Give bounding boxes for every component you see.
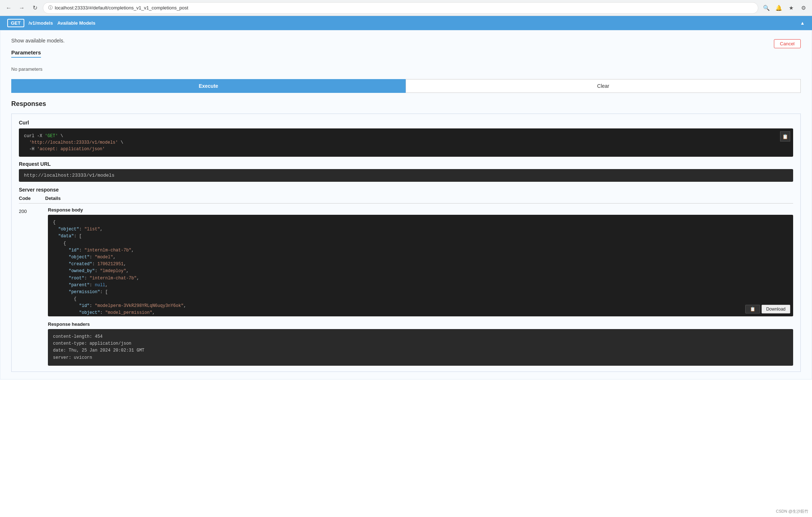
- expand-icon[interactable]: ▲: [800, 20, 805, 26]
- json-line: "data": [: [53, 234, 82, 239]
- request-url-box: http://localhost:23333/v1/models: [19, 169, 793, 182]
- response-section: Curl curl -X 'GET' \ 'http://localhost:2…: [11, 114, 801, 372]
- header-line-3: date: Thu, 25 Jan 2024 20:02:31 GMT: [53, 348, 144, 353]
- response-row: 200 Response body { "object": "list", "d…: [19, 207, 793, 366]
- reload-button[interactable]: ↻: [30, 3, 40, 13]
- browser-icons: 🔍 🔔 ★ ⚙: [761, 3, 808, 13]
- browser-chrome: ← → ↻ ⓘ localhost:23333/#/default/comple…: [0, 0, 812, 16]
- response-body-label: Response body: [48, 207, 793, 213]
- json-line: {: [53, 241, 66, 246]
- json-line: "object": "model_permission",: [53, 310, 155, 315]
- cancel-button[interactable]: Cancel: [774, 39, 801, 48]
- json-line: "permission": [: [53, 290, 108, 295]
- curl-line-1: curl -X 'GET' \: [24, 134, 63, 139]
- json-actions: 📋 Download: [745, 305, 790, 313]
- url-text: localhost:23333/#/default/completions_v1…: [55, 5, 188, 11]
- code-details-header: Code Details: [19, 196, 793, 204]
- header-line-4: server: uvicorn: [53, 355, 92, 360]
- json-line: "parent": null,: [53, 283, 108, 288]
- main-content-area: Show available models. Parameters Cancel…: [0, 30, 812, 379]
- download-button[interactable]: Download: [762, 305, 790, 313]
- curl-code-block: curl -X 'GET' \ 'http://localhost:23333/…: [19, 128, 793, 157]
- no-parameters-text: No parameters: [11, 66, 801, 72]
- parameters-section: Parameters Cancel No parameters: [11, 49, 801, 72]
- server-response-label: Server response: [19, 187, 793, 193]
- address-bar[interactable]: ⓘ localhost:23333/#/default/completions_…: [43, 2, 758, 14]
- clear-button[interactable]: Clear: [406, 79, 801, 93]
- request-url-label: Request URL: [19, 161, 793, 167]
- json-line: "root": "internlm-chat-7b",: [53, 276, 139, 281]
- response-code: 200: [19, 207, 48, 214]
- json-line: "object": "model",: [53, 255, 116, 260]
- responses-title: Responses: [11, 100, 801, 108]
- back-button[interactable]: ←: [4, 3, 14, 13]
- copy-json-button[interactable]: 📋: [745, 305, 760, 313]
- execute-button[interactable]: Execute: [11, 79, 406, 93]
- lock-icon: ⓘ: [48, 5, 53, 11]
- code-col-header: Code: [19, 196, 31, 201]
- curl-label: Curl: [19, 120, 793, 126]
- json-line: "id": "internlm-chat-7b",: [53, 248, 134, 253]
- page-content: GET /v1/models Available Models ▲ Show a…: [0, 16, 812, 517]
- star-button[interactable]: ★: [786, 3, 796, 13]
- get-badge: GET: [7, 19, 24, 27]
- forward-button[interactable]: →: [17, 3, 27, 13]
- response-json-block[interactable]: { "object": "list", "data": [ { "id": "i…: [48, 215, 793, 316]
- response-details: Response body { "object": "list", "data"…: [48, 207, 793, 366]
- header-line-2: content-type: application/json: [53, 341, 131, 346]
- json-line: "owned_by": "lmdeploy",: [53, 268, 129, 274]
- execute-clear-row: Execute Clear: [11, 79, 801, 93]
- json-line: "id": "modelperm-3VkR298YRLqN6uqy3nY6ok"…: [53, 303, 186, 308]
- json-line: {: [53, 220, 56, 225]
- json-line: {: [53, 296, 77, 301]
- curl-line-2: 'http://localhost:23333/v1/models': [24, 140, 118, 145]
- details-col-header: Details: [45, 196, 61, 201]
- api-path: /v1/models: [29, 20, 53, 26]
- api-description: Show available models.: [11, 38, 801, 44]
- watermark: CSDN @生沙筋竹: [776, 509, 808, 514]
- settings-button[interactable]: ⚙: [798, 3, 808, 13]
- get-bar: GET /v1/models Available Models ▲: [0, 16, 812, 30]
- parameters-header: Parameters: [11, 49, 41, 58]
- curl-line-3: -H 'accept: application/json': [24, 147, 105, 152]
- response-headers-label: Response headers: [48, 321, 793, 327]
- copy-curl-button[interactable]: 📋: [780, 131, 790, 141]
- json-line: "created": 1706212951,: [53, 262, 126, 267]
- api-title: Available Models: [57, 20, 95, 26]
- zoom-button[interactable]: 🔍: [761, 3, 771, 13]
- bell-button[interactable]: 🔔: [774, 3, 784, 13]
- json-line: "object": "list",: [53, 227, 103, 232]
- response-headers-block: content-length: 454 content-type: applic…: [48, 329, 793, 366]
- header-line-1: content-length: 454: [53, 334, 103, 339]
